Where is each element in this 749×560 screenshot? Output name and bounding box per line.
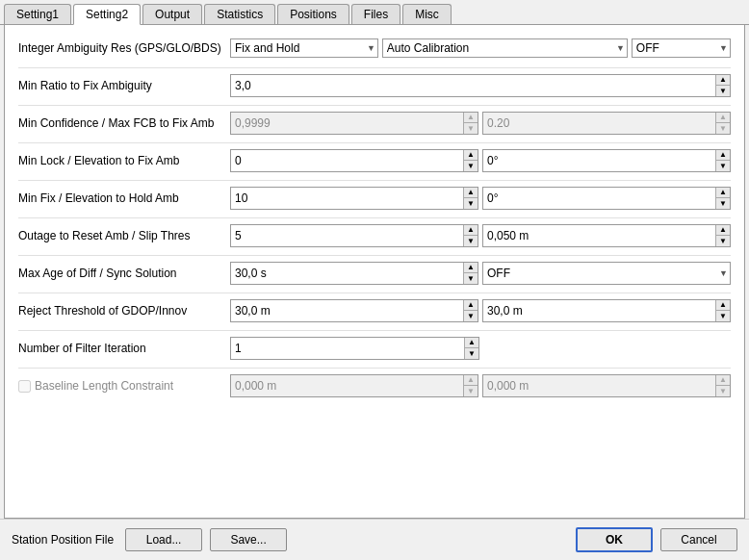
outage-reset-input1[interactable]: [231, 227, 463, 244]
reject-threshold-label: Reject Threshold of GDOP/Innov: [18, 304, 230, 318]
filter-iteration-spin[interactable]: ▲ ▼: [230, 337, 479, 360]
reject-threshold-down1[interactable]: ▼: [464, 311, 478, 321]
outage-reset-down2[interactable]: ▼: [716, 236, 730, 246]
min-lock-inputs: ▲ ▼ ▲ ▼: [230, 149, 731, 172]
outage-reset-up1[interactable]: ▲: [464, 225, 478, 236]
baseline-length-input2: [483, 377, 715, 395]
reject-threshold-row: Reject Threshold of GDOP/Innov ▲ ▼ ▲ ▼: [18, 297, 731, 324]
baseline-length-down1: ▼: [464, 386, 478, 396]
dropdown1-select[interactable]: OFF Continuous Fix and Hold PPP-AR: [231, 39, 377, 57]
min-fix-down1[interactable]: ▼: [464, 198, 478, 209]
filter-iteration-up[interactable]: ▲: [465, 338, 478, 348]
min-lock-spin1[interactable]: ▲ ▼: [230, 149, 478, 172]
baseline-length-up2: ▲: [716, 375, 730, 386]
filter-iteration-down[interactable]: ▼: [465, 348, 478, 359]
cancel-button[interactable]: Cancel: [660, 528, 737, 551]
reject-threshold-up2[interactable]: ▲: [716, 300, 730, 311]
save-button[interactable]: Save...: [210, 528, 287, 551]
baseline-length-spin-buttons2: ▲ ▼: [715, 375, 730, 396]
min-lock-up2[interactable]: ▲: [716, 150, 730, 161]
integer-ambiguity-dropdown2[interactable]: Auto Calibration Manual ▼: [382, 38, 628, 58]
bottom-bar: Station Position File Load... Save... OK…: [0, 519, 749, 560]
tab-statistics[interactable]: Statistics: [204, 4, 275, 24]
min-fix-spin-buttons2: ▲ ▼: [715, 188, 730, 209]
dropdown2-select[interactable]: Auto Calibration Manual: [383, 39, 627, 57]
min-confidence-spin2[interactable]: ▲ ▼: [482, 112, 731, 135]
content-area: Integer Ambiguity Res (GPS/GLO/BDS) OFF …: [4, 25, 745, 519]
reject-threshold-input1[interactable]: [231, 302, 463, 319]
min-ratio-spin-buttons: ▲ ▼: [715, 75, 730, 96]
min-lock-down1[interactable]: ▼: [464, 161, 478, 171]
tab-output[interactable]: Output: [142, 4, 202, 24]
reject-threshold-spin1[interactable]: ▲ ▼: [230, 299, 478, 322]
min-fix-up2[interactable]: ▲: [716, 188, 730, 198]
max-age-up1[interactable]: ▲: [464, 263, 478, 273]
reject-threshold-down2[interactable]: ▼: [716, 311, 730, 321]
outage-reset-down1[interactable]: ▼: [464, 236, 478, 246]
min-ratio-spin-down[interactable]: ▼: [716, 86, 730, 96]
dropdown3-select[interactable]: OFF ON: [633, 39, 730, 57]
min-lock-label: Min Lock / Elevation to Fix Amb: [18, 154, 230, 167]
integer-ambiguity-dropdown1[interactable]: OFF Continuous Fix and Hold PPP-AR ▼: [230, 38, 378, 58]
outage-reset-row: Outage to Reset Amb / Slip Thres ▲ ▼ ▲ ▼: [18, 222, 731, 249]
max-age-spin-buttons1: ▲ ▼: [463, 263, 478, 284]
tab-setting2[interactable]: Setting2: [73, 4, 141, 25]
outage-reset-up2[interactable]: ▲: [716, 225, 730, 236]
filter-iteration-label: Number of Filter Iteration: [18, 342, 230, 355]
min-fix-down2[interactable]: ▼: [716, 198, 730, 209]
min-fix-inputs: ▲ ▼ ▲ ▼: [230, 187, 731, 210]
max-age-input1[interactable]: [231, 265, 463, 282]
filter-iteration-spin-buttons: ▲ ▼: [464, 338, 478, 359]
max-age-inputs: ▲ ▼ OFF ON ▼: [230, 262, 731, 285]
min-lock-input2[interactable]: [483, 152, 715, 169]
reject-threshold-spin2[interactable]: ▲ ▼: [482, 299, 731, 322]
min-lock-down2[interactable]: ▼: [716, 161, 730, 171]
max-age-select[interactable]: OFF ON: [483, 265, 730, 282]
filter-iteration-input-field[interactable]: [231, 340, 464, 357]
tab-setting1[interactable]: Setting1: [4, 4, 71, 24]
outage-reset-spin1[interactable]: ▲ ▼: [230, 224, 478, 247]
tab-files[interactable]: Files: [351, 4, 400, 24]
integer-ambiguity-inputs: OFF Continuous Fix and Hold PPP-AR ▼ Aut…: [230, 38, 731, 58]
integer-ambiguity-label: Integer Ambiguity Res (GPS/GLO/BDS): [18, 41, 230, 55]
min-ratio-input-field[interactable]: [231, 77, 715, 94]
min-confidence-row: Min Confidence / Max FCB to Fix Amb ▲ ▼ …: [18, 110, 731, 137]
baseline-length-down2: ▼: [716, 386, 730, 396]
min-fix-spin2[interactable]: ▲ ▼: [482, 187, 731, 210]
max-age-down1[interactable]: ▼: [464, 273, 478, 284]
filter-iteration-input: ▲ ▼: [230, 337, 731, 360]
min-lock-input1[interactable]: [231, 152, 463, 169]
tab-bar: Setting1 Setting2 Output Statistics Posi…: [0, 0, 749, 25]
min-lock-up1[interactable]: ▲: [464, 150, 478, 161]
min-ratio-spin[interactable]: ▲ ▼: [230, 74, 731, 97]
load-button[interactable]: Load...: [125, 528, 202, 551]
min-ratio-spin-up[interactable]: ▲: [716, 75, 730, 86]
baseline-length-inputs: ▲ ▼ ▲ ▼: [230, 374, 731, 397]
integer-ambiguity-row: Integer Ambiguity Res (GPS/GLO/BDS) OFF …: [18, 35, 731, 62]
max-age-spin1[interactable]: ▲ ▼: [230, 262, 478, 285]
min-lock-row: Min Lock / Elevation to Fix Amb ▲ ▼ ▲ ▼: [18, 147, 731, 174]
ok-button[interactable]: OK: [576, 527, 653, 552]
reject-threshold-up1[interactable]: ▲: [464, 300, 478, 311]
baseline-length-input1: [231, 377, 463, 395]
max-age-dropdown[interactable]: OFF ON ▼: [482, 262, 731, 285]
min-fix-label: Min Fix / Elevation to Hold Amb: [18, 191, 230, 205]
min-confidence-label: Min Confidence / Max FCB to Fix Amb: [18, 116, 230, 130]
min-confidence-spin1[interactable]: ▲ ▼: [230, 112, 478, 135]
integer-ambiguity-dropdown3[interactable]: OFF ON ▼: [632, 38, 731, 58]
min-fix-input1[interactable]: [231, 190, 463, 207]
baseline-length-label-text: Baseline Length Constraint: [35, 379, 173, 393]
outage-reset-spin2[interactable]: ▲ ▼: [482, 224, 731, 247]
min-fix-spin1[interactable]: ▲ ▼: [230, 187, 478, 210]
outage-reset-input2[interactable]: [483, 227, 715, 244]
tab-misc[interactable]: Misc: [402, 4, 452, 24]
outage-reset-spin-buttons2: ▲ ▼: [715, 225, 730, 246]
min-lock-spin2[interactable]: ▲ ▼: [482, 149, 731, 172]
baseline-length-spin1: ▲ ▼: [230, 374, 478, 397]
reject-threshold-input2[interactable]: [483, 302, 715, 319]
min-fix-input2[interactable]: [483, 190, 715, 207]
min-fix-up1[interactable]: ▲: [464, 188, 478, 198]
min-confidence-up2: ▲: [716, 113, 730, 123]
tab-positions[interactable]: Positions: [277, 4, 349, 24]
baseline-length-checkbox: [18, 380, 31, 393]
